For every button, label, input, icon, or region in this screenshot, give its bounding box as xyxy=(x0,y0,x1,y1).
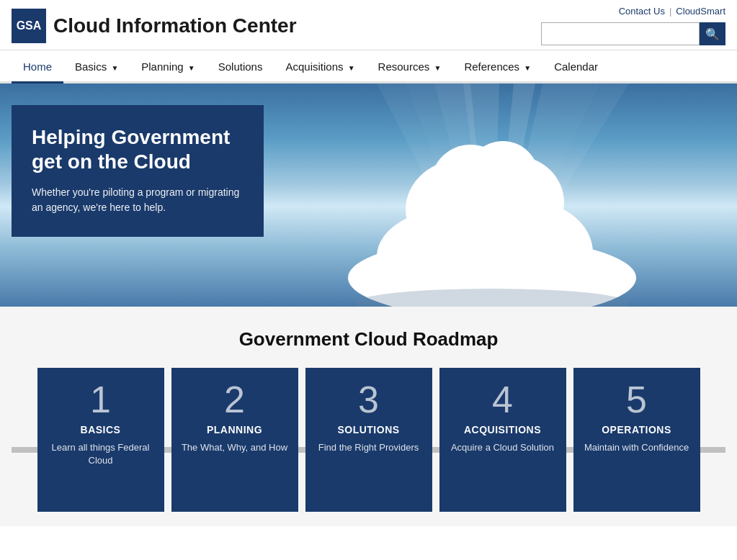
header: GSA Cloud Information Center Contact Us … xyxy=(0,0,737,50)
search-button[interactable]: 🔍 xyxy=(700,22,725,45)
card-4-desc: Acquire a Cloud Solution xyxy=(451,441,554,454)
roadmap-cards: 1 BASICS Learn all things Federal Cloud … xyxy=(12,368,725,512)
card-5-number: 5 xyxy=(626,381,647,418)
contact-us-link[interactable]: Contact Us xyxy=(619,6,665,17)
card-5-title: OPERATIONS xyxy=(602,424,671,435)
logo-area: GSA Cloud Information Center xyxy=(12,9,297,43)
card-3-title: SOLUTIONS xyxy=(337,424,399,435)
top-links: Contact Us | CloudSmart 🔍 xyxy=(541,6,725,45)
acquisitions-dropdown-arrow: ▼ xyxy=(348,64,355,72)
hero-subtext: Whether you're piloting a program or mig… xyxy=(32,185,244,215)
references-dropdown-arrow: ▼ xyxy=(524,64,531,72)
gsa-logo: GSA xyxy=(12,9,46,43)
search-input[interactable] xyxy=(541,22,700,45)
roadmap-title: Government Cloud Roadmap xyxy=(12,328,725,351)
card-2-number: 2 xyxy=(224,381,245,418)
hero-cloud-graphic xyxy=(247,83,737,307)
card-5-desc: Maintain with Confidence xyxy=(584,441,689,454)
nav-item-home[interactable]: Home xyxy=(12,50,63,81)
nav-link-solutions[interactable]: Solutions xyxy=(207,50,274,81)
roadmap-card-2[interactable]: 2 PLANNING The What, Why, and How xyxy=(171,368,298,512)
nav-item-resources[interactable]: Resources ▼ xyxy=(367,50,453,81)
top-links-row: Contact Us | CloudSmart xyxy=(619,6,725,17)
nav-link-basics[interactable]: Basics ▼ xyxy=(63,50,130,81)
hero-headline: Helping Government get on the Cloud xyxy=(32,125,244,173)
nav-link-planning[interactable]: Planning ▼ xyxy=(130,50,206,81)
card-2-title: PLANNING xyxy=(207,424,262,435)
nav-link-references[interactable]: References ▼ xyxy=(452,50,542,81)
roadmap-card-5[interactable]: 5 OPERATIONS Maintain with Confidence xyxy=(573,368,700,512)
nav-link-acquisitions[interactable]: Acquisitions ▼ xyxy=(274,50,366,81)
roadmap-card-1[interactable]: 1 BASICS Learn all things Federal Cloud xyxy=(37,368,164,512)
nav-item-references[interactable]: References ▼ xyxy=(452,50,542,81)
nav-item-calendar[interactable]: Calendar xyxy=(542,50,609,81)
card-4-number: 4 xyxy=(492,381,513,418)
cloudsmart-link[interactable]: CloudSmart xyxy=(676,6,725,17)
nav-link-home[interactable]: Home xyxy=(12,50,63,83)
nav-item-acquisitions[interactable]: Acquisitions ▼ xyxy=(274,50,366,81)
basics-dropdown-arrow: ▼ xyxy=(111,64,118,72)
card-3-number: 3 xyxy=(358,381,379,418)
roadmap-section: Government Cloud Roadmap 1 BASICS Learn … xyxy=(0,307,737,526)
roadmap-card-4[interactable]: 4 ACQUISITIONS Acquire a Cloud Solution xyxy=(439,368,566,512)
card-1-number: 1 xyxy=(90,381,111,418)
nav-item-solutions[interactable]: Solutions xyxy=(207,50,274,81)
hero-banner: Helping Government get on the Cloud Whet… xyxy=(0,83,737,307)
card-1-title: BASICS xyxy=(81,424,121,435)
resources-dropdown-arrow: ▼ xyxy=(434,64,441,72)
roadmap-card-3[interactable]: 3 SOLUTIONS Find the Right Providers xyxy=(305,368,432,512)
planning-dropdown-arrow: ▼ xyxy=(188,64,195,72)
nav-link-resources[interactable]: Resources ▼ xyxy=(367,50,453,81)
main-nav: Home Basics ▼ Planning ▼ Solutions Acqui… xyxy=(0,50,737,83)
card-3-desc: Find the Right Providers xyxy=(318,441,419,454)
hero-overlay: Helping Government get on the Cloud Whet… xyxy=(12,105,264,237)
card-4-title: ACQUISITIONS xyxy=(464,424,541,435)
svg-point-16 xyxy=(467,141,539,213)
card-2-desc: The What, Why, and How xyxy=(182,441,287,454)
nav-link-calendar[interactable]: Calendar xyxy=(542,50,609,81)
nav-list: Home Basics ▼ Planning ▼ Solutions Acqui… xyxy=(12,50,725,81)
card-1-desc: Learn all things Federal Cloud xyxy=(46,441,156,467)
nav-item-basics[interactable]: Basics ▼ xyxy=(63,50,130,81)
nav-item-planning[interactable]: Planning ▼ xyxy=(130,50,206,81)
search-row: 🔍 xyxy=(541,22,725,45)
site-title: Cloud Information Center xyxy=(53,14,297,37)
